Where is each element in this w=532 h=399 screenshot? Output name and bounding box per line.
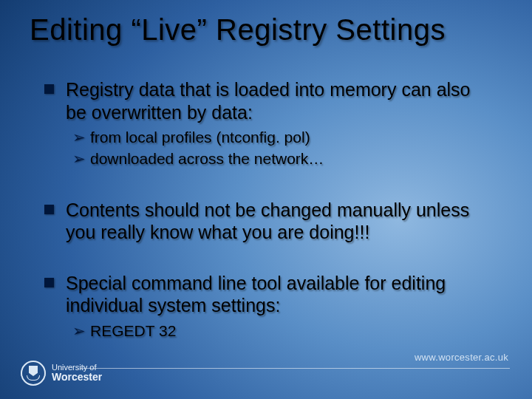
square-bullet-icon <box>44 205 54 214</box>
sub-bullet-text: from local profiles (ntconfig. pol) <box>90 128 310 148</box>
sub-bullet-item: ➢ from local profiles (ntconfig. pol) <box>72 128 491 148</box>
sub-bullet-text: downloaded across the network… <box>90 149 324 169</box>
logo-text: University of Worcester <box>52 364 102 383</box>
square-bullet-icon <box>44 278 54 287</box>
logo-line2: Worcester <box>52 372 102 383</box>
bullet-item: Registry data that is loaded into memory… <box>44 78 491 123</box>
arrow-bullet-icon: ➢ <box>72 321 86 341</box>
bullet-text: Registry data that is loaded into memory… <box>66 78 491 123</box>
bullet-item: Special command line tool available for … <box>44 272 491 317</box>
sub-bullet-group: ➢ from local profiles (ntconfig. pol) ➢ … <box>72 128 491 169</box>
arrow-bullet-icon: ➢ <box>72 149 86 168</box>
crest-icon <box>21 361 46 386</box>
bullet-text: Contents should not be changed manually … <box>66 199 491 244</box>
slide: Editing “Live” Registry Settings Registr… <box>0 0 532 399</box>
slide-title: Editing “Live” Registry Settings <box>30 13 510 47</box>
arrow-bullet-icon: ➢ <box>72 128 86 147</box>
footer-url: www.worcester.ac.uk <box>415 352 508 363</box>
bullet-item: Contents should not be changed manually … <box>44 199 491 244</box>
sub-bullet-text: REGEDT 32 <box>90 321 176 341</box>
sub-bullet-item: ➢ REGEDT 32 <box>72 321 491 341</box>
slide-footer: www.worcester.ac.uk University of Worces… <box>0 347 532 399</box>
spacer <box>44 248 491 262</box>
square-bullet-icon <box>44 84 54 94</box>
footer-divider <box>80 368 510 369</box>
bullet-text: Special command line tool available for … <box>66 272 491 317</box>
slide-content: Registry data that is loaded into memory… <box>44 68 491 347</box>
sub-bullet-item: ➢ downloaded across the network… <box>72 149 491 169</box>
sub-bullet-group: ➢ REGEDT 32 <box>72 321 491 341</box>
university-logo: University of Worcester <box>21 361 102 386</box>
spacer <box>44 175 491 188</box>
